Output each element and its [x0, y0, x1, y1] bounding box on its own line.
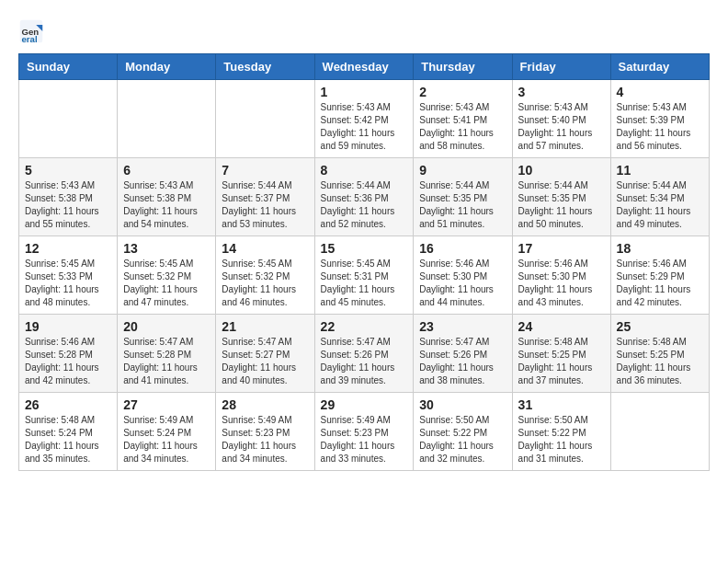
day-cell: 21Sunrise: 5:47 AM Sunset: 5:27 PM Dayli… — [216, 315, 314, 393]
day-info: Sunrise: 5:45 AM Sunset: 5:31 PM Dayligh… — [321, 258, 408, 309]
day-cell: 14Sunrise: 5:45 AM Sunset: 5:32 PM Dayli… — [216, 236, 314, 315]
day-number: 26 — [25, 397, 111, 412]
day-number: 2 — [419, 85, 506, 99]
day-number: 11 — [617, 163, 703, 178]
day-info: Sunrise: 5:49 AM Sunset: 5:23 PM Dayligh… — [222, 414, 308, 465]
day-cell: 24Sunrise: 5:48 AM Sunset: 5:25 PM Dayli… — [512, 315, 610, 393]
day-number: 22 — [321, 319, 408, 334]
day-cell: 30Sunrise: 5:50 AM Sunset: 5:22 PM Dayli… — [414, 393, 512, 471]
day-number: 23 — [419, 319, 506, 334]
day-info: Sunrise: 5:47 AM Sunset: 5:26 PM Dayligh… — [419, 336, 506, 387]
day-cell: 12Sunrise: 5:45 AM Sunset: 5:33 PM Dayli… — [19, 236, 118, 315]
day-info: Sunrise: 5:45 AM Sunset: 5:32 PM Dayligh… — [123, 258, 210, 309]
day-cell: 19Sunrise: 5:46 AM Sunset: 5:28 PM Dayli… — [19, 315, 118, 393]
day-info: Sunrise: 5:47 AM Sunset: 5:28 PM Dayligh… — [123, 336, 210, 387]
day-info: Sunrise: 5:43 AM Sunset: 5:41 PM Dayligh… — [419, 101, 506, 153]
day-cell: 31Sunrise: 5:50 AM Sunset: 5:22 PM Dayli… — [512, 393, 610, 471]
day-cell: 29Sunrise: 5:49 AM Sunset: 5:23 PM Dayli… — [314, 393, 414, 471]
week-row-1: 1Sunrise: 5:43 AM Sunset: 5:42 PM Daylig… — [19, 80, 710, 158]
day-info: Sunrise: 5:44 AM Sunset: 5:36 PM Dayligh… — [321, 179, 408, 231]
day-cell: 4Sunrise: 5:43 AM Sunset: 5:39 PM Daylig… — [610, 80, 709, 158]
week-row-2: 5Sunrise: 5:43 AM Sunset: 5:38 PM Daylig… — [19, 158, 710, 236]
day-cell: 1Sunrise: 5:43 AM Sunset: 5:42 PM Daylig… — [314, 80, 414, 158]
day-cell: 22Sunrise: 5:47 AM Sunset: 5:26 PM Dayli… — [314, 315, 414, 393]
day-cell — [610, 393, 709, 471]
day-info: Sunrise: 5:43 AM Sunset: 5:38 PM Dayligh… — [123, 179, 210, 231]
day-number: 4 — [617, 85, 703, 99]
day-info: Sunrise: 5:46 AM Sunset: 5:30 PM Dayligh… — [518, 258, 605, 309]
day-cell: 16Sunrise: 5:46 AM Sunset: 5:30 PM Dayli… — [414, 236, 512, 315]
day-number: 8 — [321, 163, 408, 178]
day-cell: 6Sunrise: 5:43 AM Sunset: 5:38 PM Daylig… — [118, 158, 216, 236]
day-number: 29 — [321, 397, 408, 412]
day-cell — [19, 80, 118, 158]
day-cell: 8Sunrise: 5:44 AM Sunset: 5:36 PM Daylig… — [314, 158, 414, 236]
column-header-friday: Friday — [512, 54, 610, 80]
week-row-4: 19Sunrise: 5:46 AM Sunset: 5:28 PM Dayli… — [19, 315, 710, 393]
column-header-sunday: Sunday — [19, 54, 118, 80]
page-header: Gen eral — [18, 18, 710, 44]
day-number: 12 — [25, 241, 111, 256]
day-cell: 28Sunrise: 5:49 AM Sunset: 5:23 PM Dayli… — [216, 393, 314, 471]
day-info: Sunrise: 5:43 AM Sunset: 5:42 PM Dayligh… — [321, 101, 408, 153]
day-info: Sunrise: 5:44 AM Sunset: 5:37 PM Dayligh… — [222, 179, 308, 231]
day-number: 17 — [518, 241, 605, 256]
day-number: 30 — [419, 397, 506, 412]
logo: Gen eral — [18, 18, 48, 44]
day-info: Sunrise: 5:44 AM Sunset: 5:35 PM Dayligh… — [518, 179, 605, 231]
day-cell — [118, 80, 216, 158]
day-info: Sunrise: 5:48 AM Sunset: 5:25 PM Dayligh… — [518, 336, 605, 387]
day-info: Sunrise: 5:43 AM Sunset: 5:40 PM Dayligh… — [518, 101, 605, 153]
day-info: Sunrise: 5:46 AM Sunset: 5:29 PM Dayligh… — [617, 258, 703, 309]
day-info: Sunrise: 5:45 AM Sunset: 5:33 PM Dayligh… — [25, 258, 111, 309]
logo-icon: Gen eral — [18, 18, 44, 44]
day-cell: 18Sunrise: 5:46 AM Sunset: 5:29 PM Dayli… — [610, 236, 709, 315]
day-cell: 7Sunrise: 5:44 AM Sunset: 5:37 PM Daylig… — [216, 158, 314, 236]
day-info: Sunrise: 5:43 AM Sunset: 5:38 PM Dayligh… — [25, 179, 111, 231]
day-number: 10 — [518, 163, 605, 178]
day-info: Sunrise: 5:47 AM Sunset: 5:26 PM Dayligh… — [321, 336, 408, 387]
day-cell: 10Sunrise: 5:44 AM Sunset: 5:35 PM Dayli… — [512, 158, 610, 236]
day-number: 25 — [617, 319, 703, 334]
day-info: Sunrise: 5:45 AM Sunset: 5:32 PM Dayligh… — [222, 258, 308, 309]
day-info: Sunrise: 5:44 AM Sunset: 5:35 PM Dayligh… — [419, 179, 506, 231]
day-number: 5 — [25, 163, 111, 178]
day-number: 28 — [222, 397, 308, 412]
day-info: Sunrise: 5:47 AM Sunset: 5:27 PM Dayligh… — [222, 336, 308, 387]
svg-text:eral: eral — [22, 34, 38, 44]
day-number: 7 — [222, 163, 308, 178]
day-number: 31 — [518, 397, 605, 412]
day-cell: 11Sunrise: 5:44 AM Sunset: 5:34 PM Dayli… — [610, 158, 709, 236]
day-cell: 3Sunrise: 5:43 AM Sunset: 5:40 PM Daylig… — [512, 80, 610, 158]
day-cell: 2Sunrise: 5:43 AM Sunset: 5:41 PM Daylig… — [414, 80, 512, 158]
day-info: Sunrise: 5:44 AM Sunset: 5:34 PM Dayligh… — [617, 179, 703, 231]
day-info: Sunrise: 5:46 AM Sunset: 5:30 PM Dayligh… — [419, 258, 506, 309]
day-number: 27 — [123, 397, 210, 412]
day-info: Sunrise: 5:49 AM Sunset: 5:24 PM Dayligh… — [123, 414, 210, 465]
column-header-thursday: Thursday — [414, 54, 512, 80]
day-number: 24 — [518, 319, 605, 334]
day-number: 18 — [617, 241, 703, 256]
day-info: Sunrise: 5:49 AM Sunset: 5:23 PM Dayligh… — [321, 414, 408, 465]
day-cell: 20Sunrise: 5:47 AM Sunset: 5:28 PM Dayli… — [118, 315, 216, 393]
day-cell: 26Sunrise: 5:48 AM Sunset: 5:24 PM Dayli… — [19, 393, 118, 471]
calendar-table: SundayMondayTuesdayWednesdayThursdayFrid… — [18, 53, 710, 471]
day-number: 1 — [321, 85, 408, 99]
day-info: Sunrise: 5:46 AM Sunset: 5:28 PM Dayligh… — [25, 336, 111, 387]
column-header-tuesday: Tuesday — [216, 54, 314, 80]
calendar-header-row: SundayMondayTuesdayWednesdayThursdayFrid… — [19, 54, 710, 80]
day-cell: 15Sunrise: 5:45 AM Sunset: 5:31 PM Dayli… — [314, 236, 414, 315]
day-cell: 5Sunrise: 5:43 AM Sunset: 5:38 PM Daylig… — [19, 158, 118, 236]
day-number: 21 — [222, 319, 308, 334]
day-cell: 27Sunrise: 5:49 AM Sunset: 5:24 PM Dayli… — [118, 393, 216, 471]
column-header-saturday: Saturday — [610, 54, 709, 80]
day-cell — [216, 80, 314, 158]
day-info: Sunrise: 5:43 AM Sunset: 5:39 PM Dayligh… — [617, 101, 703, 153]
day-cell: 25Sunrise: 5:48 AM Sunset: 5:25 PM Dayli… — [610, 315, 709, 393]
week-row-5: 26Sunrise: 5:48 AM Sunset: 5:24 PM Dayli… — [19, 393, 710, 471]
day-info: Sunrise: 5:50 AM Sunset: 5:22 PM Dayligh… — [419, 414, 506, 465]
day-number: 19 — [25, 319, 111, 334]
day-number: 6 — [123, 163, 210, 178]
day-number: 3 — [518, 85, 605, 99]
column-header-wednesday: Wednesday — [314, 54, 414, 80]
